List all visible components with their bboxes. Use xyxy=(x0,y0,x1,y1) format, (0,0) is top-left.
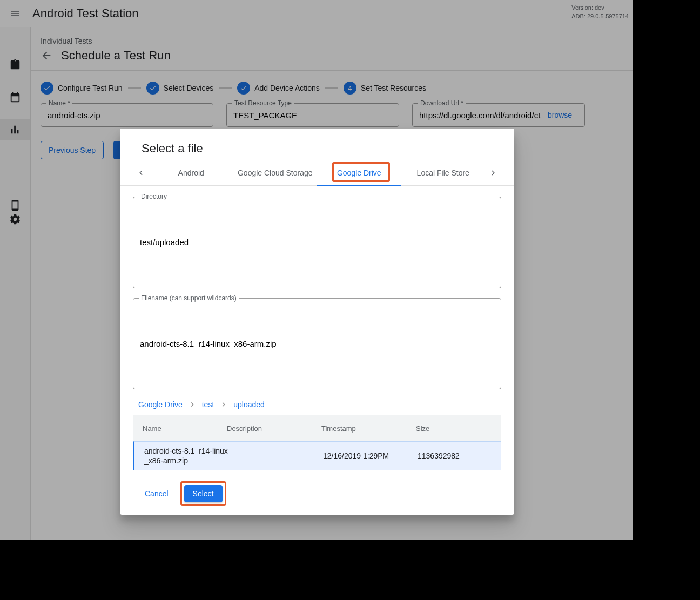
cell-name: android-cts-8.1_r14-linux_x86-arm.zip xyxy=(137,446,228,466)
name-field[interactable]: Name * xyxy=(41,103,213,127)
step-connector xyxy=(128,87,141,89)
adb-label: ADB: 29.0.5-5975714 xyxy=(571,12,629,21)
app-topbar: Android Test Station Version: dev ADB: 2… xyxy=(0,0,633,27)
version-info: Version: dev ADB: 29.0.5-5975714 xyxy=(571,3,629,21)
assignments-icon[interactable] xyxy=(0,54,30,76)
tab-google-drive[interactable]: Google Drive xyxy=(317,160,401,186)
step-label: Select Devices xyxy=(164,84,214,92)
chevron-right-icon xyxy=(188,400,197,409)
table-header: Name Description Timestamp Size xyxy=(133,415,501,441)
col-size: Size xyxy=(416,424,486,433)
nav-rail xyxy=(0,27,30,540)
select-button[interactable]: Select xyxy=(184,485,223,502)
path-breadcrumbs: Google Drive test uploaded xyxy=(131,399,501,413)
table-row[interactable]: android-cts-8.1_r14-linux_x86-arm.zip 12… xyxy=(133,441,501,470)
url-field[interactable]: Download Url * browse xyxy=(412,103,585,127)
crumb-link[interactable]: Google Drive xyxy=(138,400,183,409)
menu-icon[interactable] xyxy=(4,3,26,24)
col-description: Description xyxy=(227,424,321,433)
field-label: Download Url * xyxy=(418,99,466,107)
field-label: Filename (can support wildcards) xyxy=(139,294,239,302)
step-4[interactable]: 4 Set Test Resources xyxy=(344,82,426,95)
field-label: Directory xyxy=(139,193,169,200)
step-3[interactable]: Add Device Actions xyxy=(237,82,320,95)
filename-field[interactable]: Filename (can support wildcards) xyxy=(133,298,501,390)
field-label: Test Resource Type xyxy=(232,99,294,107)
url-input[interactable] xyxy=(419,111,543,120)
check-icon xyxy=(41,82,53,95)
check-icon xyxy=(146,82,159,95)
filename-input[interactable] xyxy=(140,339,494,348)
calendar-icon[interactable] xyxy=(0,86,30,108)
check-icon xyxy=(237,82,250,95)
cancel-button[interactable]: Cancel xyxy=(139,485,174,502)
app-title: Android Test Station xyxy=(32,6,139,21)
back-icon[interactable] xyxy=(41,50,52,62)
tab-local-file-store[interactable]: Local File Store xyxy=(401,160,486,186)
step-2[interactable]: Select Devices xyxy=(146,82,214,95)
name-input[interactable] xyxy=(48,111,206,120)
type-input[interactable] xyxy=(233,111,392,120)
cell-size: 1136392982 xyxy=(418,451,488,460)
tab-scroll-right[interactable] xyxy=(485,160,501,186)
settings-icon[interactable] xyxy=(0,208,30,230)
step-label: Set Test Resources xyxy=(361,84,426,92)
chevron-right-icon xyxy=(219,400,228,409)
directory-field[interactable]: Directory xyxy=(133,197,501,288)
directory-input[interactable] xyxy=(140,238,494,247)
browse-link[interactable]: browse xyxy=(548,111,572,119)
step-1[interactable]: Configure Test Run xyxy=(41,82,123,95)
breadcrumb: Individual Tests xyxy=(41,37,623,45)
step-label: Configure Test Run xyxy=(58,84,123,92)
previous-step-button[interactable]: Previous Step xyxy=(41,141,104,159)
cell-timestamp: 12/16/2019 1:29PM xyxy=(323,451,418,460)
step-connector xyxy=(325,87,338,89)
crumb-link[interactable]: test xyxy=(202,400,214,409)
file-picker-dialog: Select a file Android Google Cloud Stora… xyxy=(120,129,514,515)
crumb-link[interactable]: uploaded xyxy=(233,400,265,409)
step-number: 4 xyxy=(344,82,356,95)
step-connector xyxy=(219,87,232,89)
type-field[interactable]: Test Resource Type xyxy=(226,103,399,127)
tab-android[interactable]: Android xyxy=(149,160,233,186)
tab-gcs[interactable]: Google Cloud Storage xyxy=(233,160,318,186)
stepper: Configure Test Run Select Devices Add De… xyxy=(31,71,633,99)
field-label: Name * xyxy=(46,99,72,107)
page-title: Schedule a Test Run xyxy=(61,49,171,63)
select-highlight: Select xyxy=(180,481,226,506)
bar-chart-icon[interactable] xyxy=(0,119,30,140)
dialog-title: Select a file xyxy=(120,129,514,160)
col-timestamp: Timestamp xyxy=(321,424,416,433)
step-label: Add Device Actions xyxy=(254,84,320,92)
tab-scroll-left[interactable] xyxy=(133,160,149,186)
col-name: Name xyxy=(135,424,227,433)
version-label: Version: dev xyxy=(571,3,629,12)
